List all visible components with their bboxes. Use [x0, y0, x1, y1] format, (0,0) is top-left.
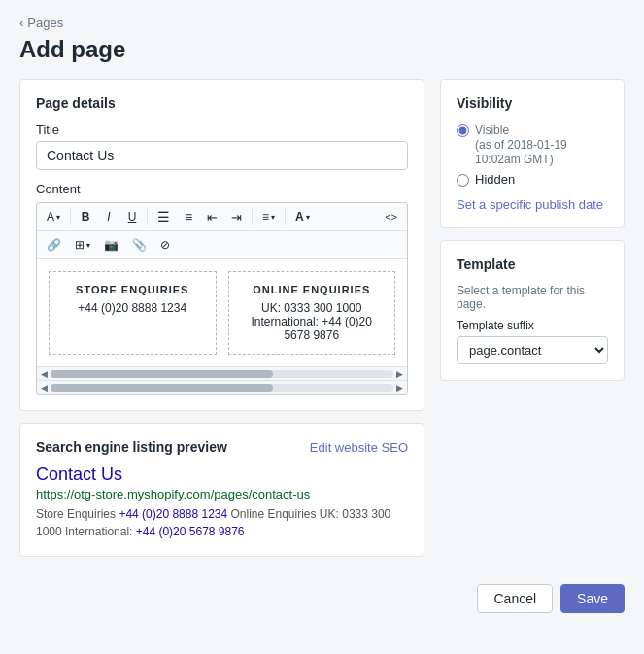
page-details-title: Page details: [36, 95, 408, 111]
hscroll-thumb: [51, 370, 273, 378]
bold-button[interactable]: B: [75, 206, 96, 227]
image-button[interactable]: 📷: [98, 234, 124, 256]
toolbar-sep-3: [252, 208, 253, 225]
hidden-radio-item[interactable]: Hidden: [457, 172, 608, 187]
unordered-list-button[interactable]: ☰: [152, 206, 176, 227]
italic-button[interactable]: I: [98, 206, 119, 227]
text-color-button[interactable]: A ▾: [289, 206, 316, 227]
visible-radio-item[interactable]: Visible (as of 2018-01-19 10:02am GMT): [457, 122, 608, 166]
title-label: Title: [36, 122, 408, 137]
toolbar-sep-2: [147, 208, 148, 225]
page-details-card: Page details Title Content A ▾: [19, 79, 424, 411]
seo-phone2-link[interactable]: +44 (0)20 5678 9876: [136, 525, 245, 538]
hidden-radio[interactable]: [457, 174, 469, 187]
hscroll-track: [51, 370, 393, 378]
chevron-left-icon: ‹: [19, 16, 23, 30]
cancel-button[interactable]: Cancel: [477, 584, 553, 613]
template-title: Template: [457, 257, 608, 272]
link-button[interactable]: 🔗: [41, 234, 67, 256]
content-label: Content: [36, 182, 408, 196]
ordered-list-button[interactable]: ≡: [178, 206, 199, 227]
page-footer: Cancel Save: [0, 572, 644, 625]
seo-section-title: Search engine listing preview: [36, 439, 227, 455]
hscroll-left-arrow[interactable]: ◀: [41, 369, 48, 379]
toolbar-sep-4: [285, 208, 286, 225]
store-enquiries-box: STORE ENQUIRIES +44 (0)20 8888 1234: [49, 271, 217, 355]
vscroll-thumb: [51, 384, 273, 392]
outdent-button[interactable]: ⇤: [201, 206, 223, 227]
visibility-radio-group: Visible (as of 2018-01-19 10:02am GMT) H…: [457, 122, 608, 187]
seo-preview-url: https://otg-store.myshopify.com/pages/co…: [36, 487, 408, 501]
edit-seo-link[interactable]: Edit website SEO: [310, 440, 408, 455]
visibility-card: Visibility Visible (as of 2018-01-19 10:…: [440, 79, 625, 228]
align-button[interactable]: ≡ ▾: [256, 206, 281, 227]
underline-button[interactable]: U: [121, 206, 143, 227]
seo-phone1-link[interactable]: +44 (0)20 8888 1234: [119, 507, 227, 521]
toolbar-row-2: 🔗 ⊞ ▾ 📷 📎 ⊘: [37, 231, 407, 259]
online-enquiries-uk: UK: 0333 300 1000: [243, 301, 382, 315]
editor-toolbar: A ▾ B I U ☰: [36, 202, 408, 259]
visible-label: Visible (as of 2018-01-19 10:02am GMT): [475, 122, 608, 166]
vscroll-right-arrow[interactable]: ▶: [396, 383, 403, 393]
visible-radio[interactable]: [457, 124, 469, 137]
online-enquiries-title: ONLINE ENQUIRIES: [243, 284, 382, 295]
template-card: Template Select a template for this page…: [440, 240, 625, 381]
breadcrumb-link[interactable]: Pages: [27, 16, 63, 30]
embed-button[interactable]: ⊘: [154, 234, 176, 256]
store-enquiries-phone: +44 (0)20 8888 1234: [63, 301, 202, 315]
seo-header: Search engine listing preview Edit websi…: [36, 439, 408, 455]
template-suffix-select[interactable]: page.contact page.default page.faq page.…: [457, 336, 608, 364]
online-enquiries-box: ONLINE ENQUIRIES UK: 0333 300 1000 Inter…: [228, 271, 396, 355]
vscroll-track: [51, 384, 393, 392]
hidden-label: Hidden: [475, 172, 515, 187]
toolbar-row-1: A ▾ B I U ☰: [37, 203, 407, 231]
visibility-title: Visibility: [457, 95, 608, 111]
set-publish-link[interactable]: Set a specific publish date: [457, 197, 603, 212]
page-title: Add page: [19, 36, 625, 63]
editor-body[interactable]: STORE ENQUIRIES +44 (0)20 8888 1234 ONLI…: [36, 259, 408, 395]
seo-desc-start: Store Enquiries: [36, 507, 119, 521]
online-enquiries-intl: International: +44 (0)20 5678 9876: [243, 315, 382, 342]
breadcrumb: ‹ Pages: [19, 16, 625, 30]
title-input[interactable]: [36, 141, 408, 170]
seo-preview-desc: Store Enquiries +44 (0)20 8888 1234 Onli…: [36, 505, 408, 540]
seo-preview-title: Contact Us: [36, 465, 408, 485]
save-button[interactable]: Save: [560, 584, 625, 613]
seo-phone2-text: +44 (0)20 5678 9876: [136, 525, 245, 538]
hscroll-right-arrow[interactable]: ▶: [396, 369, 403, 379]
file-button[interactable]: 📎: [126, 234, 153, 256]
editor-vscrollbar[interactable]: ◀ ▶: [37, 380, 407, 394]
toolbar-sep-1: [70, 208, 71, 225]
seo-card: Search engine listing preview Edit websi…: [19, 423, 424, 557]
indent-button[interactable]: ⇥: [225, 206, 248, 227]
editor-hscrollbar[interactable]: ◀ ▶: [37, 366, 407, 380]
source-button[interactable]: <>: [379, 206, 403, 227]
font-button[interactable]: A ▾: [41, 206, 66, 227]
table-button[interactable]: ⊞ ▾: [69, 234, 96, 256]
template-desc: Select a template for this page.: [457, 284, 608, 311]
store-enquiries-title: STORE ENQUIRIES: [63, 284, 202, 295]
vscroll-left-arrow[interactable]: ◀: [41, 383, 48, 393]
suffix-label: Template suffix: [457, 319, 608, 332]
editor-content: STORE ENQUIRIES +44 (0)20 8888 1234 ONLI…: [37, 259, 407, 366]
